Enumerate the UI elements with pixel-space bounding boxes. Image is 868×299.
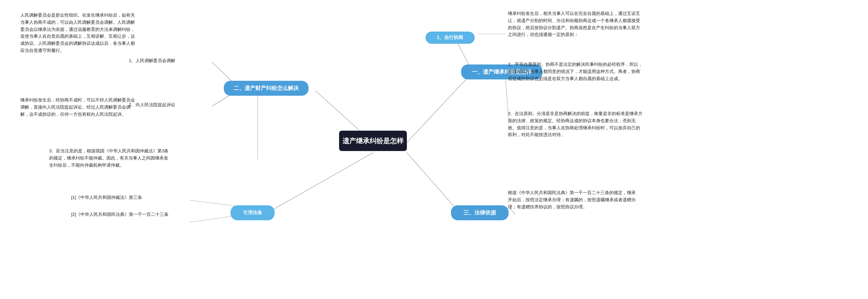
- text-block-mediation: 人民调解委员会是群众性组织。在发生继承纠纷后，如有关当事人协商不成的，可以由人民…: [20, 12, 136, 54]
- text-block-equality: 2、平等自愿原则。协商不是法定的解决民事纠纷的必经程序，所以，必须在双方当事人都…: [508, 61, 644, 82]
- text-block-arbitration: 3、应当注意的是，根据我国《中华人民共和国仲裁法》第3条的规定，继承纠纷不能仲裁…: [49, 148, 171, 169]
- branch-node-3: 引用法条: [231, 205, 275, 220]
- mindmap-canvas: 遗产继承纠纷是怎样 一、遗产继承纠纷是怎样 二、遗产财产纠纷怎么解决 引用法条 …: [0, 0, 868, 299]
- line-label-lawsuit: 2、向人民法院提起诉讼: [129, 102, 175, 108]
- center-node: 遗产继承纠纷是怎样: [339, 131, 407, 151]
- branch-node-2: 二、遗产财产纠纷怎么解决: [224, 81, 309, 96]
- text-block-legality: 3、合法原则。分清是非是协商解决的前提，衡量是非的标准是继承方面的法律、政策的规…: [508, 110, 644, 138]
- text-block-lawsuit: 继承纠纷发生后，经协商不成时，可以不经人民调解委员会调解，直接向人民法院提起诉讼…: [20, 97, 136, 118]
- text-block-legal-basis: 根据《中华人民共和国民法典》第一千一百二十三条的规定，继承开始后，按照法定继承办…: [508, 189, 637, 210]
- svg-line-0: [407, 74, 471, 143]
- text-block-negotiation: 继承纠纷发生后，相关当事人可以在完全自愿的基础上，通过互谅互让，就遗产分割的时间…: [508, 10, 644, 38]
- svg-line-3: [407, 153, 461, 214]
- line-label-mediation: 1、人民调解委员会调解: [129, 58, 175, 64]
- text-block-cite2: [2]《中华人民共和国民法典》第一千一百二十三条: [71, 211, 169, 218]
- subbranch-node-1: 1、自行协商: [426, 32, 475, 44]
- branch-node-4: 三、法律依据: [451, 205, 509, 220]
- svg-line-2: [264, 153, 373, 214]
- text-block-cite1: [1]《中华人民共和国仲裁法》第三条: [71, 194, 142, 201]
